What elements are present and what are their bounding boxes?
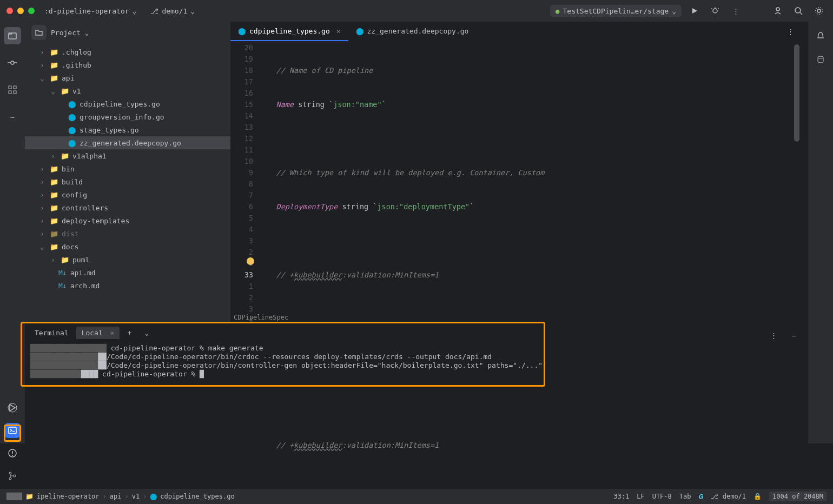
tree-item[interactable]: ⬤cdpipeline_types.go <box>25 97 230 110</box>
svg-line-2 <box>711 8 712 9</box>
tree-label: groupversion_info.go <box>80 113 164 121</box>
breadcrumb-segment[interactable]: api <box>110 493 122 500</box>
chevron-right-icon[interactable]: › <box>40 61 47 69</box>
terminal-options-icon[interactable]: ⋮ <box>766 328 781 343</box>
tree-item[interactable]: ⬤groupversion_info.go <box>25 110 230 123</box>
project-panel-title[interactable]: Project <box>51 29 81 37</box>
close-icon[interactable]: × <box>110 329 115 337</box>
chevron-right-icon[interactable]: › <box>40 217 47 225</box>
code-editor[interactable]: 20 19 18 17 16 15 14 13 12 11 10 9 8 7 6… <box>230 41 801 316</box>
chevron-right-icon[interactable]: › <box>40 204 47 212</box>
tree-label: docs <box>62 243 78 251</box>
svg-line-3 <box>718 8 719 9</box>
problems-tool-icon[interactable] <box>5 446 20 461</box>
folder-icon: 📁 <box>50 61 58 69</box>
tab-options-icon[interactable]: ⋮ <box>785 24 801 39</box>
tab-deepcopy[interactable]: ⬤ zz_generated.deepcopy.go <box>348 22 477 41</box>
editor-breadcrumb[interactable]: CDPipelineSpec <box>230 311 288 323</box>
terminal-tab-local[interactable]: Local × <box>76 327 120 339</box>
editor-scrollbar[interactable] <box>794 44 799 309</box>
project-tool-button[interactable] <box>4 27 21 44</box>
line-separator[interactable]: LF <box>637 493 644 500</box>
memory-indicator[interactable]: 1004 of 2048M <box>769 492 827 501</box>
tree-item[interactable]: ›📁dist <box>25 227 230 240</box>
chevron-down-icon[interactable]: ⌄ <box>85 29 89 37</box>
database-icon[interactable] <box>813 52 828 67</box>
terminal-tab-main[interactable]: Terminal <box>29 327 74 339</box>
maximize-window[interactable] <box>28 8 35 14</box>
tree-item[interactable]: ⬤stage_types.go <box>25 123 230 136</box>
notifications-icon[interactable] <box>813 28 828 43</box>
run-config-dropdown[interactable]: ● TestSetCDPipelin…er/stage ⌄ <box>550 5 682 17</box>
project-dropdown[interactable]: :d-pipeline-operator ⌄ <box>40 5 141 17</box>
tree-item[interactable]: ›📁config <box>25 188 230 201</box>
folder-icon: 📁 <box>61 256 69 264</box>
breadcrumb-segment[interactable]: cdpipeline_types.go <box>160 493 234 500</box>
breadcrumb-segment[interactable]: v1 <box>132 493 140 500</box>
commit-tool-button[interactable] <box>4 54 21 71</box>
branch-dropdown[interactable]: ⎇ demo/1 ⌄ <box>146 5 199 17</box>
services-tool-icon[interactable] <box>5 400 20 415</box>
terminal-output[interactable]: █████ ██ ██ ██████ cd-pipeline-operator … <box>25 342 808 381</box>
svg-point-17 <box>818 56 823 58</box>
minimize-icon[interactable]: — <box>786 328 802 343</box>
more-tools-button[interactable]: ⋯ <box>4 108 21 125</box>
intention-bulb-icon[interactable] <box>247 257 254 265</box>
tree-item[interactable]: M↓api.md <box>25 266 230 279</box>
tree-item[interactable]: M↓arch.md <box>25 279 230 292</box>
code-with-me-icon[interactable] <box>770 3 785 18</box>
code-area[interactable]: // Name of CD pipeline Name string `json… <box>259 41 801 316</box>
chevron-down-icon[interactable]: ⌄ <box>40 74 47 82</box>
file-tree[interactable]: ›📁.chglog ›📁.github ⌄📁api ⌄📁v1 ⬤cdpipeli… <box>25 43 230 294</box>
git-tool-icon[interactable] <box>5 468 20 483</box>
run-button[interactable] <box>687 3 702 18</box>
chevron-right-icon[interactable]: › <box>40 178 47 186</box>
svg-point-7 <box>817 9 821 12</box>
tree-item[interactable]: ⌄📁v1 <box>25 84 230 97</box>
structure-tool-button[interactable] <box>4 81 21 98</box>
go-file-icon: ⬤ <box>238 27 246 35</box>
tree-item[interactable]: ›📁puml <box>25 253 230 266</box>
chevron-down-icon[interactable]: ⌄ <box>40 243 47 251</box>
new-terminal-button[interactable]: + <box>122 325 137 340</box>
chevron-right-icon[interactable]: › <box>51 256 57 264</box>
encoding[interactable]: UTF-8 <box>652 493 672 500</box>
tree-item[interactable]: ⬤zz_generated.deepcopy.go <box>25 136 230 149</box>
tree-item[interactable]: ›📁bin <box>25 162 230 175</box>
more-actions-button[interactable]: ⋮ <box>728 3 743 18</box>
tree-label: api <box>62 74 74 82</box>
chevron-down-icon[interactable]: ⌄ <box>51 87 57 95</box>
debug-button[interactable] <box>708 3 723 18</box>
minimize-window[interactable] <box>17 8 24 14</box>
chevron-right-icon[interactable]: › <box>40 165 47 173</box>
indent[interactable]: Tab <box>679 493 691 500</box>
tree-item[interactable]: ›📁.chglog <box>25 45 230 58</box>
chevron-right-icon[interactable]: › <box>40 191 47 199</box>
chevron-right-icon[interactable]: › <box>40 48 47 56</box>
tree-item[interactable]: ›📁build <box>25 175 230 188</box>
terminal-dropdown-icon[interactable]: ⌄ <box>139 325 154 340</box>
chevron-right-icon[interactable]: › <box>40 230 47 238</box>
tree-item[interactable]: ›📁.github <box>25 58 230 71</box>
settings-icon[interactable] <box>811 3 827 18</box>
breadcrumb-segment[interactable]: ipeline-operator <box>37 493 100 500</box>
lock-icon[interactable]: 🔒 <box>753 493 762 500</box>
tree-item[interactable]: ›📁controllers <box>25 201 230 214</box>
close-icon[interactable]: × <box>336 27 341 35</box>
tree-item[interactable]: ›📁v1alpha1 <box>25 149 230 162</box>
chevron-right-icon[interactable]: › <box>51 152 57 160</box>
project-name: :d-pipeline-operator <box>44 7 129 15</box>
tree-item[interactable]: ⌄📁docs <box>25 240 230 253</box>
tree-item[interactable]: ›📁deploy-templates <box>25 214 230 227</box>
breadcrumb-path[interactable]: ████ 📁 ipeline-operator › api › v1 › ⬤ c… <box>6 493 235 500</box>
tab-cdpipeline-types[interactable]: ⬤ cdpipeline_types.go × <box>230 22 348 41</box>
scroll-thumb[interactable] <box>794 44 799 142</box>
tree-label: v1alpha1 <box>72 152 107 160</box>
terminal-tool-icon[interactable] <box>5 423 20 438</box>
close-window[interactable] <box>6 8 13 14</box>
tree-item[interactable]: ⌄📁api <box>25 71 230 84</box>
svg-rect-16 <box>14 91 16 94</box>
git-branch-status[interactable]: ⎇ demo/1 <box>711 493 746 500</box>
search-icon[interactable] <box>791 3 806 18</box>
caret-position[interactable]: 33:1 <box>613 493 629 500</box>
